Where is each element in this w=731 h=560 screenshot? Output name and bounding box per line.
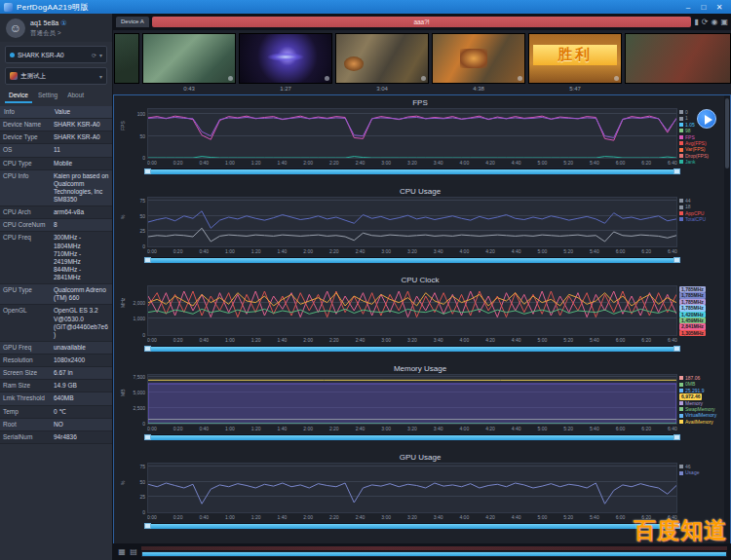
x-tick-label: 6:00: [616, 426, 626, 433]
x-tick-label: 4:40: [512, 426, 521, 433]
scrollbar-fill[interactable]: [151, 524, 673, 529]
test-name-bar[interactable]: aaa?!: [152, 17, 692, 27]
y-tick-label: 0: [142, 155, 145, 161]
x-tick-label: 0:00: [147, 514, 157, 522]
x-tick-label: 4:00: [459, 160, 469, 168]
info-value: NO: [51, 419, 112, 430]
scrollbar-fill[interactable]: [151, 435, 673, 440]
video-thumbnail[interactable]: [114, 33, 139, 84]
legend-marker-icon: [679, 471, 683, 475]
chart-scrollbar[interactable]: [143, 168, 681, 175]
table-row: Device TypeSHARK KSR-A0: [0, 131, 112, 144]
scrollbar-left-handle[interactable]: [144, 523, 151, 529]
scrollbar-fill[interactable]: [151, 347, 673, 352]
chart-scrollbar[interactable]: [143, 433, 681, 441]
list-icon[interactable]: ▤: [129, 547, 138, 556]
scrollbar-fill[interactable]: [151, 169, 673, 174]
user-profile[interactable]: ☺ aq1 5e8a ① 普通会员 >: [0, 14, 112, 42]
y-tick-label: 50: [139, 132, 145, 138]
scrollbar-left-handle[interactable]: [144, 168, 151, 174]
tab-about[interactable]: About: [63, 90, 88, 103]
battery-icon[interactable]: ▮: [694, 17, 698, 27]
legend-marker-icon: [679, 117, 683, 121]
screenshot-icon[interactable]: ▣: [720, 17, 728, 27]
x-tick-label: 6:40: [668, 426, 677, 433]
video-thumbnail[interactable]: 胜利: [528, 33, 622, 84]
thumbnail-timestamp: 5:47: [528, 84, 622, 93]
x-tick-label: 0:40: [199, 337, 209, 345]
video-thumbnail-strip: 0:431:273:044:38胜利5:47: [113, 30, 731, 94]
timeline-minimap[interactable]: [141, 546, 727, 550]
user-role[interactable]: 普通会员 >: [30, 29, 66, 38]
video-thumbnail[interactable]: [142, 33, 236, 84]
refresh-icon[interactable]: ⟳: [702, 17, 709, 27]
x-tick-label: 4:20: [485, 160, 495, 168]
y-axis-name: MHz: [120, 298, 126, 308]
scrollbar-fill[interactable]: [151, 258, 673, 263]
chart-plot[interactable]: 01,0002,0001,785MHz1,785MHz1,785MHz1,785…: [147, 285, 677, 336]
x-tick-label: 1:20: [251, 337, 261, 345]
x-tick-label: 0:40: [199, 248, 209, 256]
charts-vertical-scrollbar[interactable]: [724, 95, 730, 543]
video-thumbnail[interactable]: [625, 33, 731, 84]
video-thumbnail[interactable]: [239, 33, 332, 84]
app-caret-icon[interactable]: ▾: [99, 73, 102, 80]
record-icon[interactable]: ◉: [711, 17, 717, 27]
x-tick-label: 2:00: [303, 514, 313, 522]
chart-plot[interactable]: 025507546Usage: [147, 463, 677, 513]
legend-marker-icon: [679, 135, 683, 139]
scrollbar-right-handle[interactable]: [673, 168, 680, 174]
x-tick-label: 0:00: [147, 337, 157, 345]
thumbnail-timestamp: [114, 84, 139, 93]
maximize-button[interactable]: □: [696, 3, 712, 12]
refresh-device-icon[interactable]: ⟳: [92, 52, 96, 58]
x-tick-label: 5:40: [590, 160, 599, 168]
scrollbar-left-handle[interactable]: [144, 434, 151, 440]
table-row: Device NameSHARK KSR-A0: [0, 119, 112, 131]
scrollbar-left-handle[interactable]: [144, 346, 151, 352]
x-tick-label: 3:00: [381, 514, 391, 522]
device-select[interactable]: SHARK KSR-A0 ⟳ ▾: [5, 46, 107, 63]
video-thumbnail[interactable]: [335, 33, 429, 84]
video-thumbnail[interactable]: [432, 33, 525, 84]
global-scrollbar[interactable]: [141, 551, 727, 557]
user-name: aq1 5e8a: [30, 19, 58, 26]
legend-entry: TotalCPU: [679, 216, 706, 222]
tab-device[interactable]: Device: [5, 90, 32, 103]
minimize-button[interactable]: –: [680, 3, 696, 12]
app-select[interactable]: 主测试上 ▾: [5, 67, 107, 85]
tab-setting[interactable]: Setting: [34, 90, 61, 103]
y-tick-label: 50: [139, 212, 145, 218]
main-area: Device A aaa?! ▮⟳◉▣ 0:431:273:044:38胜利5:…: [113, 14, 731, 560]
close-button[interactable]: ✕: [712, 3, 727, 12]
legend-chip: 1,785MHz: [679, 292, 706, 298]
info-value: OpenGL ES 3.2 V@0530.0 (GIT@d4460eb7e6): [51, 305, 112, 341]
y-tick-label: 100: [137, 111, 145, 117]
y-tick-label: 75: [139, 464, 145, 469]
scrollbar-left-handle[interactable]: [144, 257, 151, 263]
x-tick-label: 3:20: [407, 514, 417, 522]
play-button[interactable]: [697, 109, 716, 129]
device-caret-icon[interactable]: ▾: [99, 52, 102, 58]
scrollbar-right-handle[interactable]: [673, 434, 680, 440]
chart-plot[interactable]: 050100011.0598FPSAvg(FPS)Var(FPS)Drop(FP…: [147, 108, 677, 159]
scrollbar-right-handle[interactable]: [673, 257, 680, 263]
chart-scrollbar[interactable]: [143, 256, 681, 264]
info-label: OS: [0, 144, 51, 156]
x-tick-label: 5:00: [538, 337, 548, 345]
info-value: 94r4836: [51, 431, 112, 443]
y-tick-label: 0: [142, 332, 145, 338]
grid-icon[interactable]: ▦: [117, 547, 127, 556]
scrollbar-right-handle[interactable]: [673, 346, 680, 352]
x-tick-label: 2:40: [356, 514, 366, 522]
x-tick-label: 2:40: [356, 337, 366, 345]
legend-marker-icon: [679, 465, 683, 468]
chart-scrollbar[interactable]: [143, 522, 681, 530]
scrollbar-thumb[interactable]: [725, 98, 729, 168]
session-tab[interactable]: Device A: [116, 17, 149, 27]
chart-scrollbar[interactable]: [143, 345, 681, 353]
info-value: SHARK KSR-A0: [51, 131, 112, 143]
chart-plot[interactable]: 02,5005,0007,500187.060MB25,291.96,972.4…: [147, 374, 677, 425]
chart-plot[interactable]: 02550754418AppCPUTotalCPU: [147, 197, 677, 247]
info-value: unavailable: [51, 342, 112, 354]
